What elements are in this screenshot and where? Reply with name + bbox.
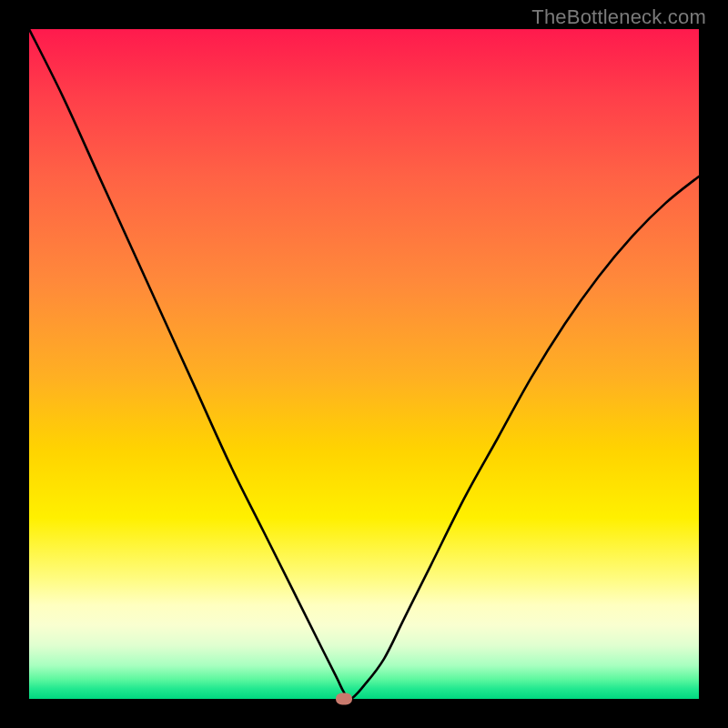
chart-frame: TheBottleneck.com [0,0,728,728]
optimum-marker [336,693,352,705]
watermark-text: TheBottleneck.com [531,5,706,29]
bottleneck-curve [29,29,699,699]
plot-area [29,29,699,699]
